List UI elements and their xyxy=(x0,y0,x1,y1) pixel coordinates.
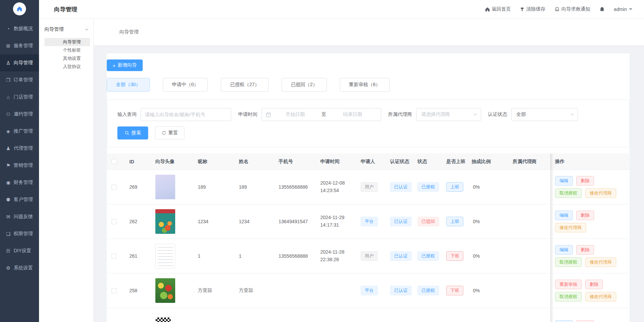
sidebar-item-system-settings[interactable]: ⚙系统设置 xyxy=(0,259,39,277)
filter-panel: 输入查询 申请时间 开始日期 至 结束日期 所属代理商 xyxy=(107,99,630,147)
re-review-button[interactable]: 重新审核 xyxy=(555,280,582,289)
col-phone: 手机号 xyxy=(273,153,315,170)
tab-rejected[interactable]: 已驳回（2） xyxy=(282,78,327,92)
delete-button[interactable]: 删除 xyxy=(576,211,594,220)
edit-button[interactable]: 编辑 xyxy=(555,245,573,255)
submenu-item-entry-agreement[interactable]: 入驻协议 xyxy=(44,63,90,71)
tab-all[interactable]: 全部（30） xyxy=(107,78,150,92)
table-row: 261 1 1 13556568888 2024-11-2822:38:26 用… xyxy=(107,239,630,273)
agent-select[interactable]: 请选择代理商 xyxy=(416,108,481,121)
col-name: 姓名 xyxy=(233,153,273,170)
primary-nav: ◔数据概况 ⊞服务管理 ♙向导管理 ❐订单管理 ⌂门店管理 ⚇邀约管理 ◈推广管… xyxy=(0,20,39,277)
sidebar-item-services[interactable]: ⊞服务管理 xyxy=(0,37,39,54)
cell-id: 269 xyxy=(126,170,150,204)
cell-actions: 编辑 删除 xyxy=(550,308,625,322)
cell-name: 方亚琼 xyxy=(233,273,273,308)
submenu-item-personal-tags[interactable]: 个性标签 xyxy=(44,46,90,54)
sidebar-item-orders[interactable]: ❐订单管理 xyxy=(0,71,39,89)
cancel-auth-button[interactable]: 取消授权 xyxy=(555,257,582,267)
change-agent-button[interactable]: 修改代理商 xyxy=(585,188,616,198)
change-agent-button[interactable]: 修改代理商 xyxy=(585,257,616,267)
row-checkbox[interactable] xyxy=(112,219,117,224)
settings-icon: ⚙ xyxy=(5,265,11,271)
sidebar-item-feedback[interactable]: ✉问题反馈 xyxy=(0,208,39,225)
status-badge: 已授权 xyxy=(417,286,439,295)
change-agent-button[interactable]: 修改代理商 xyxy=(585,292,616,301)
delete-button[interactable]: 删除 xyxy=(576,176,594,186)
delete-button[interactable]: 删除 xyxy=(585,280,603,289)
main-content: 向导管理 + 新增向导 全部（30） 申请中（0） 已授权（27） 已驳回（2） xyxy=(94,19,644,322)
edit-button[interactable]: 编辑 xyxy=(555,211,573,220)
clear-cache-link[interactable]: 清除缓存 xyxy=(520,6,545,12)
date-range-picker[interactable]: 开始日期 至 结束日期 xyxy=(261,108,381,121)
tab-re-review[interactable]: 重新审核（6） xyxy=(340,78,390,92)
sidebar-item-marketing[interactable]: ⚑营销管理 xyxy=(0,157,39,174)
edit-button[interactable]: 编辑 xyxy=(555,176,573,186)
submenu-item-other-settings[interactable]: 其他设置 xyxy=(44,54,90,63)
delete-button[interactable]: 删除 xyxy=(576,245,594,255)
auth-status-select[interactable]: 全部 xyxy=(511,108,578,121)
guides-table: ID 向导头像 昵称 姓名 手机号 申请时间 申请人 认证状态 状态 是否上班 … xyxy=(107,153,630,322)
submenu-group-guides[interactable]: 向导管理 xyxy=(39,25,93,34)
reset-button[interactable]: 重置 xyxy=(155,126,184,139)
duty-badge: 下班 xyxy=(446,286,463,295)
tab-pending[interactable]: 申请中（0） xyxy=(163,78,208,92)
guide-avatar xyxy=(155,209,175,234)
cell-apply-time: 2024-11-2822:38:26 xyxy=(315,239,355,273)
sidebar-item-invitations[interactable]: ⚇邀约管理 xyxy=(0,106,39,123)
end-date-placeholder[interactable]: 结束日期 xyxy=(329,111,377,118)
date-range-separator: 至 xyxy=(320,111,329,118)
sidebar-item-diy-settings[interactable]: ☵DIY设置 xyxy=(0,242,39,259)
sidebar-item-customers[interactable]: ⚉客户管理 xyxy=(0,191,39,208)
user-menu[interactable]: admin xyxy=(614,6,632,12)
cancel-auth-button[interactable]: 取消授权 xyxy=(555,292,582,301)
row-checkbox[interactable] xyxy=(112,288,117,293)
submenu-item-guide-management[interactable]: 向导管理 xyxy=(44,38,90,46)
sidebar-item-finance[interactable]: ◉财务管理 xyxy=(0,174,39,191)
sidebar-item-stores[interactable]: ⌂门店管理 xyxy=(0,89,39,106)
app-logo[interactable] xyxy=(13,2,26,15)
chevron-down-icon xyxy=(85,28,89,31)
delete-button[interactable]: 删除 xyxy=(576,320,594,322)
chevron-down-icon xyxy=(570,113,574,116)
apply-time-label: 申请时间 xyxy=(238,111,257,118)
sidebar-item-promotion[interactable]: ◈推广管理 xyxy=(0,123,39,140)
cell-phone xyxy=(273,273,315,308)
col-apply-time: 申请时间 xyxy=(315,153,355,170)
start-date-placeholder[interactable]: 开始日期 xyxy=(271,111,320,118)
auth-status-badge: 已认证 xyxy=(390,217,412,226)
cell-phone: 13649491547 xyxy=(273,204,315,239)
cancel-auth-button[interactable]: 取消授权 xyxy=(555,188,582,198)
keyword-input[interactable] xyxy=(141,108,231,121)
row-checkbox[interactable] xyxy=(112,254,117,259)
applicant-badge: 用户 xyxy=(361,182,378,192)
clean-cache-icon xyxy=(520,7,525,12)
edit-button[interactable]: 编辑 xyxy=(555,320,573,322)
cell-actions: 编辑 删除 取消授权 修改代理商 xyxy=(550,170,625,204)
sidebar-item-guides[interactable]: ♙向导管理 xyxy=(0,54,39,71)
auth-status-label: 认证状态 xyxy=(488,111,507,118)
change-agent-button[interactable]: 修改代理商 xyxy=(555,223,586,232)
primary-sidebar: ◔数据概况 ⊞服务管理 ♙向导管理 ❐订单管理 ⌂门店管理 ⚇邀约管理 ◈推广管… xyxy=(0,0,39,322)
cell-nickname: 189 xyxy=(192,170,233,204)
calendar-icon xyxy=(266,112,271,117)
search-button[interactable]: 搜索 xyxy=(117,126,148,139)
col-agent: 所属代理商 xyxy=(507,153,550,170)
row-checkbox[interactable] xyxy=(112,185,117,190)
notification-bell-icon[interactable] xyxy=(599,6,605,12)
select-all-checkbox[interactable] xyxy=(112,159,117,164)
sidebar-item-permissions[interactable]: ❏权限管理 xyxy=(0,225,39,242)
cell-name xyxy=(233,308,273,322)
col-actions: 操作 xyxy=(550,153,625,170)
finance-icon: ◉ xyxy=(5,180,11,185)
services-icon: ⊞ xyxy=(5,43,11,49)
add-guide-button[interactable]: + 新增向导 xyxy=(107,59,143,71)
back-home-link[interactable]: 返回首页 xyxy=(485,6,511,12)
tab-authorized[interactable]: 已授权（27） xyxy=(221,78,269,92)
col-status: 状态 xyxy=(412,153,441,170)
cell-agent xyxy=(507,308,550,322)
guide-sos-notice-link[interactable]: 向导求救通知 xyxy=(554,6,590,12)
sidebar-item-data-overview[interactable]: ◔数据概况 xyxy=(0,20,39,37)
cell-commission xyxy=(466,308,507,322)
sidebar-item-agents[interactable]: ♟代理管理 xyxy=(0,140,39,157)
